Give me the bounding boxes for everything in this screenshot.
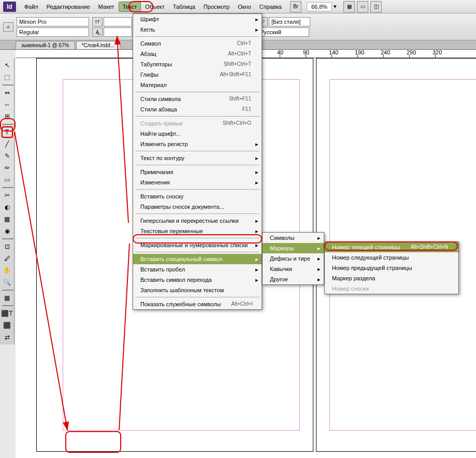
submenu-item[interactable]: Дефисы и тире	[263, 253, 324, 264]
ruler-tick: 240	[383, 54, 384, 58]
leading-input[interactable]	[104, 27, 132, 37]
menu-item[interactable]: Текст по контуру	[133, 153, 262, 163]
submenu-item[interactable]: Кавычки	[263, 264, 324, 274]
tool-9[interactable]: ▭	[2, 174, 13, 185]
zoom-dropdown-icon[interactable]: ▾	[332, 3, 338, 10]
tool-12[interactable]: ▦	[2, 213, 13, 225]
menu-item[interactable]: Кегль	[133, 24, 262, 35]
submenu-item[interactable]: Символы	[263, 233, 324, 243]
separator	[135, 151, 259, 151]
zoom-display[interactable]: 66,8%	[307, 2, 332, 11]
tool-13[interactable]: ◉	[2, 225, 13, 237]
menu-item[interactable]: ГлифыAlt+Shift+F11	[133, 69, 262, 80]
tool-20[interactable]: ⬛	[2, 320, 13, 331]
font-style-input[interactable]	[17, 27, 89, 37]
menu-item[interactable]: Изменить регистр	[133, 139, 262, 149]
tool-6[interactable]: ╱	[2, 138, 13, 150]
menu-редактирование[interactable]: Редактирование	[42, 2, 94, 12]
ruler-tick: 290	[409, 54, 410, 58]
font-size-icon: тТ	[92, 17, 103, 26]
text-menu-dropdown: ШрифтКегльСимволCtrl+TАбзацAlt+Ctrl+TТаб…	[133, 13, 262, 310]
menu-текст[interactable]: Текст	[119, 2, 141, 12]
tool-0[interactable]: ↖	[2, 60, 13, 71]
separator	[2, 84, 13, 85]
tool-19[interactable]: ⬛T	[2, 308, 13, 319]
menu-просмотр[interactable]: Просмотр	[199, 2, 234, 12]
char-style-input[interactable]	[269, 17, 310, 26]
menu-item[interactable]: ТабуляторыShift+Ctrl+T	[133, 59, 262, 69]
arrange-icon[interactable]: ◫	[370, 1, 382, 12]
tool-3[interactable]: ↔	[2, 99, 13, 110]
menu-item[interactable]: Вставить сноску	[133, 191, 262, 202]
tool-2[interactable]: ⇔	[2, 87, 13, 98]
submenu-item[interactable]: Номер предыдущей страницы	[325, 263, 458, 273]
menu-item[interactable]: Примечания	[133, 167, 262, 177]
submenu-item[interactable]: Номер текущей страницыAlt+Shift+Ctrl+N	[325, 242, 458, 252]
view-mode-icon[interactable]: ▦	[343, 1, 355, 12]
menu-item[interactable]: Гиперссылки и перекрестные ссылки	[133, 216, 262, 226]
menu-item[interactable]: Маркированные и нумерованные списки	[133, 240, 262, 250]
ruler-tick: 90	[306, 54, 306, 58]
menu-item[interactable]: СимволCtrl+T	[133, 38, 262, 49]
tool-5[interactable]: T	[2, 126, 13, 138]
menu-item[interactable]: Текстовые переменные	[133, 226, 262, 236]
tool-8[interactable]: ✏	[2, 162, 13, 174]
tool-21[interactable]: ⇄	[2, 332, 13, 343]
separator	[135, 189, 259, 190]
document-tab[interactable]: *Слов4.indd...	[76, 41, 121, 49]
char-mode-icon[interactable]: A	[3, 22, 13, 32]
font-size-input[interactable]	[104, 17, 132, 26]
menu-item[interactable]: Изменения	[133, 177, 262, 188]
language-input[interactable]	[257, 27, 309, 37]
menu-окно[interactable]: Окно	[234, 2, 255, 12]
annotation-text-frame	[65, 431, 121, 453]
menu-item[interactable]: Шрифт	[133, 14, 262, 24]
separator	[135, 92, 259, 92]
ruler-tick: 320	[435, 54, 436, 58]
menu-item[interactable]: Параметры сносок документа...	[133, 202, 262, 212]
menu-item[interactable]: Вставить символ перехода	[133, 275, 262, 285]
separator	[135, 213, 259, 214]
separator	[2, 187, 13, 188]
menu-item[interactable]: Показать служебные символыAlt+Ctrl+I	[133, 299, 262, 309]
menu-макет[interactable]: Макет	[94, 2, 119, 12]
tool-11[interactable]: ◐	[2, 202, 13, 213]
tool-10[interactable]: ✂	[2, 190, 13, 201]
menu-item[interactable]: Найти шрифт...	[133, 128, 262, 139]
screen-mode-icon[interactable]: ▭	[357, 1, 368, 12]
menu-item[interactable]: Стили абзацаF11	[133, 104, 262, 115]
submenu-item: Номер сноски	[325, 283, 458, 294]
menu-item[interactable]: Вставить пробел	[133, 264, 262, 275]
toolbox: ↖⬚⇔↔⊞T╱✎✏▭✂◐▦◉⊡🖉✋🔍▦⬛T⬛⇄	[0, 58, 15, 345]
tool-18[interactable]: ▦	[2, 292, 13, 304]
separator	[2, 305, 13, 306]
tool-1[interactable]: ⬚	[2, 71, 13, 83]
markers-submenu: Номер текущей страницыAlt+Shift+Ctrl+NНо…	[324, 241, 459, 294]
submenu-item[interactable]: Маркеры	[263, 243, 324, 253]
separator	[135, 36, 259, 37]
menu-item[interactable]: Материал	[133, 80, 262, 90]
bridge-icon[interactable]: Br	[290, 1, 301, 12]
separator	[2, 238, 13, 239]
submenu-item[interactable]: Другое	[263, 274, 324, 284]
document-tab[interactable]: зымянный-1 @ 67%	[16, 41, 75, 49]
tool-4[interactable]: ⊞	[2, 111, 13, 122]
menu-файл[interactable]: Файл	[20, 2, 42, 12]
menu-item[interactable]: Стили символаShift+F11	[133, 94, 262, 104]
tool-7[interactable]: ✎	[2, 150, 13, 162]
menu-справка[interactable]: Справка	[255, 2, 286, 12]
tool-14[interactable]: ⊡	[2, 241, 13, 252]
separator	[135, 165, 259, 165]
menu-объект[interactable]: Объект	[141, 2, 168, 12]
menu-item[interactable]: Заполнить шаблонным текстом	[133, 285, 262, 295]
menu-таблица[interactable]: Таблица	[169, 2, 199, 12]
menu-item[interactable]: Вставить специальный символ	[133, 254, 262, 264]
tool-17[interactable]: 🔍	[2, 277, 13, 288]
submenu-item[interactable]: Номер следующей страницы	[325, 252, 458, 263]
font-family-input[interactable]	[17, 17, 89, 26]
separator	[2, 290, 13, 291]
submenu-item[interactable]: Маркер раздела	[325, 273, 458, 283]
tool-15[interactable]: 🖉	[2, 253, 13, 264]
tool-16[interactable]: ✋	[2, 265, 13, 276]
menu-item[interactable]: АбзацAlt+Ctrl+T	[133, 49, 262, 59]
